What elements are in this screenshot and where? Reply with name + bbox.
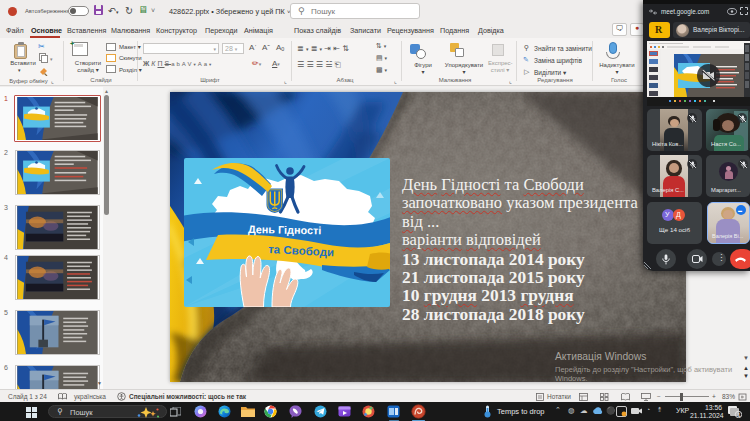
- svg-text:День Гідності: День Гідності: [248, 223, 321, 236]
